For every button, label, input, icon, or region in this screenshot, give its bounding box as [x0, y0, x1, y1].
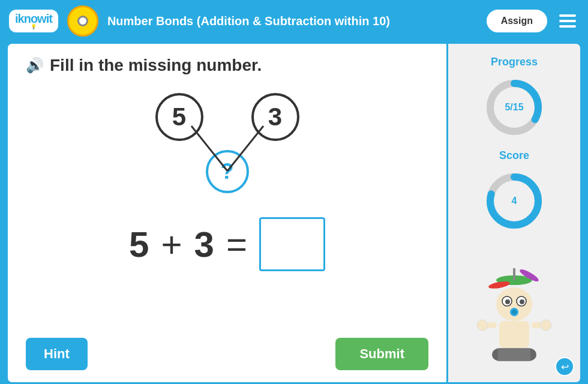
- hamburger-menu-button[interactable]: [556, 11, 579, 31]
- equation-area: 5 + 3 =: [26, 217, 428, 271]
- instruction-text: Fill in the missing number.: [50, 56, 262, 75]
- bond-circle-right: 3: [251, 93, 299, 141]
- instruction-row: 🔊 Fill in the missing number.: [26, 56, 428, 75]
- bottom-buttons: Hint Submit: [26, 338, 428, 370]
- logo-text: iknowit: [15, 13, 52, 25]
- robot-character: [469, 262, 559, 364]
- bond-bottom-container: ?: [206, 150, 249, 193]
- back-icon: ↩: [561, 361, 569, 373]
- svg-point-19: [477, 320, 488, 331]
- svg-rect-17: [499, 321, 529, 348]
- logo: iknowit 💡: [9, 10, 58, 32]
- submit-button[interactable]: Submit: [335, 338, 428, 370]
- assign-button[interactable]: Assign: [487, 10, 547, 32]
- bond-circle-left: 5: [155, 93, 203, 141]
- right-panel: Progress 5/15 Score 4: [448, 44, 580, 382]
- progress-value: 5/15: [505, 102, 523, 113]
- svg-point-21: [541, 320, 551, 331]
- lesson-title: Number Bonds (Addition & Subtraction wit…: [107, 14, 478, 28]
- svg-point-14: [520, 299, 524, 304]
- score-label: Score: [499, 149, 529, 162]
- eq-right-number: 3: [194, 224, 214, 265]
- progress-label: Progress: [491, 56, 538, 68]
- progress-donut: 5/15: [484, 77, 544, 137]
- eq-equals: =: [226, 224, 247, 265]
- left-panel: 🔊 Fill in the missing number. 5 3 ? 5: [8, 44, 448, 382]
- hamburger-line-2: [559, 20, 576, 22]
- svg-point-16: [512, 310, 517, 314]
- bond-top-row: 5 3: [155, 93, 299, 141]
- eq-operator: +: [161, 224, 182, 265]
- svg-point-13: [505, 299, 510, 304]
- header: iknowit 💡 Number Bonds (Addition & Subtr…: [0, 0, 588, 42]
- back-button[interactable]: ↩: [555, 357, 574, 376]
- speaker-icon[interactable]: 🔊: [26, 57, 44, 74]
- svg-rect-7: [513, 268, 515, 280]
- answer-input[interactable]: [259, 217, 325, 271]
- circle-inner: [77, 16, 88, 26]
- bond-diagram: 5 3 ?: [26, 93, 428, 193]
- main-area: 🔊 Fill in the missing number. 5 3 ? 5: [6, 42, 582, 384]
- eq-left-number: 5: [129, 224, 149, 265]
- hamburger-line-1: [559, 14, 576, 17]
- logo-icon: 💡: [31, 25, 37, 29]
- score-value: 4: [512, 196, 517, 206]
- hamburger-line-3: [559, 25, 576, 28]
- score-donut: 4: [484, 171, 544, 231]
- svg-rect-25: [498, 349, 530, 361]
- hint-button[interactable]: Hint: [26, 338, 88, 370]
- bond-circle-bottom: ?: [206, 150, 249, 193]
- robot-svg: [469, 262, 559, 364]
- yellow-circle: [67, 5, 98, 37]
